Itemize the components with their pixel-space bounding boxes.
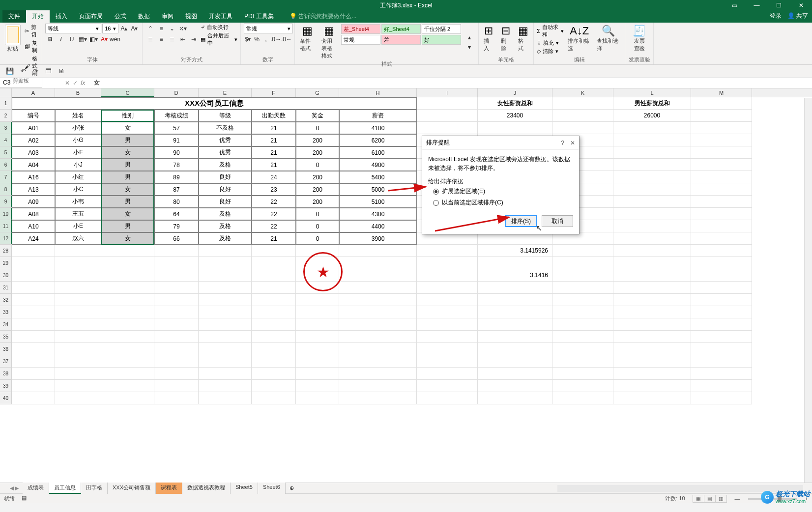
cell[interactable] (296, 392, 339, 404)
cell[interactable]: 男 (101, 196, 154, 208)
underline-button[interactable]: U (67, 34, 77, 44)
cell[interactable]: A24 (12, 232, 55, 245)
column-header-F[interactable]: F (252, 88, 296, 97)
cell[interactable] (417, 257, 478, 269)
cell[interactable] (691, 380, 752, 392)
cell[interactable] (154, 318, 199, 331)
cell[interactable] (691, 392, 752, 404)
cell[interactable] (154, 368, 199, 380)
cell[interactable] (154, 282, 199, 294)
orientation-icon[interactable]: ⤭▾ (178, 24, 188, 33)
cell[interactable] (613, 196, 691, 208)
cell[interactable] (613, 122, 691, 134)
cell[interactable]: 79 (154, 220, 199, 232)
cell[interactable]: 200 (296, 134, 339, 146)
cell[interactable]: 等级 (199, 110, 252, 122)
cell[interactable] (199, 380, 252, 392)
cell[interactable]: 小J (55, 159, 101, 171)
cell[interactable] (552, 97, 613, 110)
cell[interactable]: 编号 (12, 110, 55, 122)
tab-dev[interactable]: 开发工具 (203, 10, 238, 23)
cell[interactable] (252, 306, 296, 318)
decrease-decimal-icon[interactable]: .0← (282, 34, 291, 44)
cell[interactable] (417, 343, 478, 355)
cell[interactable] (552, 368, 613, 380)
cell[interactable] (613, 269, 691, 282)
new-sheet-icon[interactable]: ⊕ (286, 485, 298, 491)
cell[interactable] (339, 294, 417, 306)
table-format-button[interactable]: ▦套用 表格格式 (319, 24, 339, 60)
cell[interactable]: A03 (12, 146, 55, 159)
cell[interactable] (417, 282, 478, 294)
cell[interactable] (552, 355, 613, 368)
vertical-scrollbar[interactable] (804, 98, 812, 491)
cell[interactable]: A02 (12, 134, 55, 146)
cell[interactable] (55, 294, 101, 306)
align-center-icon[interactable]: ≡ (156, 34, 166, 44)
cell[interactable] (691, 159, 752, 171)
cell[interactable] (296, 380, 339, 392)
tab-insert[interactable]: 插入 (50, 10, 73, 23)
ribbon-display-options[interactable]: ▭ (724, 0, 746, 11)
cell[interactable] (478, 331, 552, 343)
cell[interactable] (691, 110, 752, 122)
column-header-B[interactable]: B (55, 88, 101, 97)
cell[interactable] (12, 245, 55, 257)
cell[interactable] (613, 368, 691, 380)
cell[interactable]: 出勤天数 (252, 110, 296, 122)
cell[interactable] (101, 294, 154, 306)
cell[interactable] (478, 306, 552, 318)
cell[interactable] (613, 392, 691, 404)
cell[interactable] (613, 245, 691, 257)
cell[interactable] (12, 282, 55, 294)
row-header-37[interactable]: 37 (0, 355, 12, 368)
increase-indent-icon[interactable]: ⇥ (189, 34, 199, 44)
cell[interactable] (417, 269, 478, 282)
sheet-tab-6[interactable]: Sheet5 (231, 483, 258, 494)
cell[interactable] (252, 294, 296, 306)
cell[interactable] (339, 355, 417, 368)
cell[interactable] (199, 269, 252, 282)
cell[interactable]: 奖金 (296, 110, 339, 122)
cell[interactable] (613, 146, 691, 159)
cell[interactable] (552, 343, 613, 355)
redo-icon[interactable]: ↷ (33, 67, 38, 75)
align-right-icon[interactable]: ≣ (167, 34, 177, 44)
cell[interactable] (613, 220, 691, 232)
cell[interactable]: 性别 (101, 110, 154, 122)
cell[interactable] (691, 208, 752, 220)
cell[interactable] (691, 306, 752, 318)
cell[interactable]: 200 (296, 171, 339, 183)
column-header-G[interactable]: G (296, 88, 339, 97)
cell[interactable] (613, 343, 691, 355)
cell[interactable] (691, 294, 752, 306)
tab-file[interactable]: 文件 (2, 10, 26, 23)
name-box[interactable]: C3 (0, 78, 42, 88)
row-header-36[interactable]: 36 (0, 343, 12, 355)
cell[interactable] (154, 269, 199, 282)
cell[interactable] (101, 368, 154, 380)
cell[interactable]: 21 (252, 134, 296, 146)
cell[interactable] (55, 392, 101, 404)
column-header-M[interactable]: M (691, 88, 752, 97)
normal-view-icon[interactable]: ▦ (693, 495, 704, 503)
cell[interactable]: 薪资 (339, 110, 417, 122)
cell[interactable]: 57 (154, 122, 199, 134)
cell[interactable] (154, 392, 199, 404)
cell[interactable] (478, 318, 552, 331)
cell[interactable]: 4900 (339, 159, 417, 171)
style-normal[interactable]: 常规 (341, 35, 380, 45)
cell[interactable] (613, 306, 691, 318)
cell[interactable] (296, 355, 339, 368)
copy-button[interactable]: 🗐 复制 (25, 39, 39, 54)
cell[interactable] (552, 122, 613, 134)
cell[interactable] (101, 331, 154, 343)
tab-view[interactable]: 视图 (179, 10, 203, 23)
cell[interactable] (478, 257, 552, 269)
cell[interactable] (154, 331, 199, 343)
sort-filter-button[interactable]: A↓Z排序和筛选 (566, 24, 593, 55)
cell[interactable] (12, 318, 55, 331)
cell[interactable]: 24 (252, 171, 296, 183)
cell[interactable] (339, 392, 417, 404)
cell[interactable] (12, 355, 55, 368)
